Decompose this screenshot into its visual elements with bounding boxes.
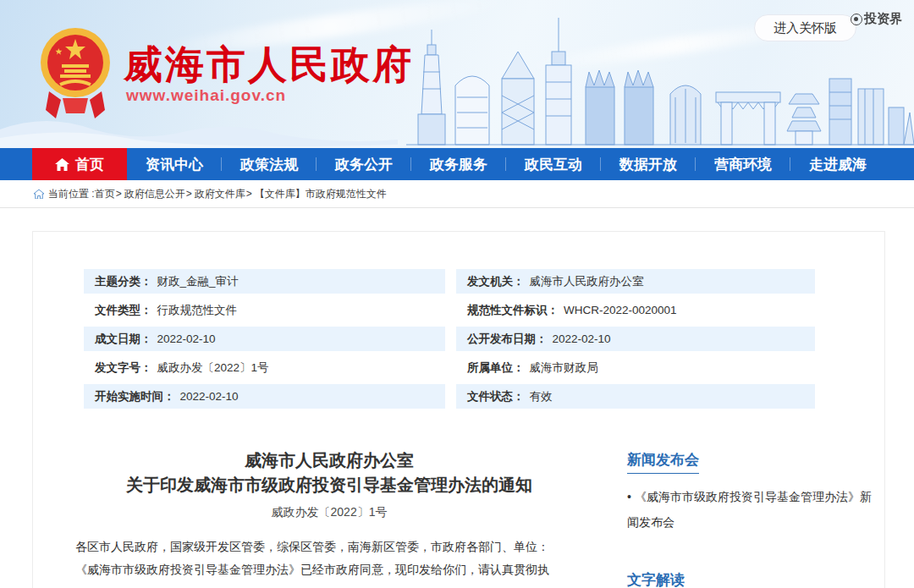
nav-item-news-center[interactable]: 资讯中心 (127, 148, 222, 180)
nav-item-label: 首页 (75, 155, 104, 174)
breadcrumb-item-home[interactable]: 首页 (95, 187, 115, 201)
house-icon (34, 190, 44, 199)
meta-label: 所属单位： (467, 360, 525, 376)
meta-label: 成文日期： (95, 332, 152, 347)
meta-value: 2022-02-10 (553, 332, 611, 345)
nav-item-business-environment[interactable]: 营商环境 (696, 148, 790, 180)
nav-item-label: 数据开放 (619, 155, 677, 174)
meta-cell-document-type: 文件类型： 行政规范性文件 (84, 298, 445, 322)
meta-label: 公开发布日期： (467, 332, 548, 347)
meta-cell-document-status: 文件状态： 有效 (456, 384, 815, 409)
meta-value: 2022-02-10 (157, 332, 216, 345)
table-row: 开始实施时间： 2022-02-10 文件状态： 有效 (84, 384, 834, 409)
national-emblem-logo (39, 19, 112, 122)
breadcrumb: 当前位置 : 首页 > 政府信息公开 > 政府文件库 > 【文件库】市政府规范性… (0, 180, 914, 208)
care-version-button[interactable]: 进入关怀版 (754, 14, 856, 41)
meta-label: 发文机关： (467, 274, 525, 289)
bullet-icon: • (627, 490, 631, 503)
sidebar-section-title[interactable]: 新闻发布会 (627, 450, 699, 474)
nav-item-home[interactable]: 首页 (32, 148, 127, 180)
nav-item-open-data[interactable]: 数据开放 (601, 148, 696, 180)
home-icon (55, 158, 69, 171)
meta-label: 规范性文件标识： (467, 303, 559, 318)
page-title: 威海市人民政府办公室 关于印发威海市市级政府投资引导基金管理办法的通知 (52, 448, 607, 497)
meta-cell-effective-date: 开始实施时间： 2022-02-10 (84, 384, 445, 409)
breadcrumb-separator: > (116, 188, 122, 200)
meta-cell-document-number: 发文字号： 威政办发〔2022〕1号 (84, 355, 445, 380)
nav-item-label: 营商环境 (714, 155, 772, 174)
list-item[interactable]: •《威海市市级政府投资引导基金管理办法》新闻发布会 (627, 484, 873, 535)
meta-label: 文件类型： (95, 303, 152, 318)
meta-value: 2022-02-10 (180, 390, 239, 403)
article-doc-number: 威政办发〔2022〕1号 (52, 505, 607, 520)
sidebar-link-label: 《威海市市级政府投资引导基金管理办法》新闻发布会 (627, 490, 872, 529)
nav-item-about-weihai[interactable]: 走进威海 (790, 148, 885, 180)
sidebar-section-press-conference: 新闻发布会 •《威海市市级政府投资引导基金管理办法》新闻发布会 (627, 450, 873, 535)
article-body: 各区市人民政府，国家级开发区管委，综保区管委，南海新区管委，市政府各部门、单位：… (52, 536, 607, 581)
meta-cell-normative-doc-id: 规范性文件标识： WHCR-2022-0020001 (456, 298, 815, 322)
table-row: 成文日期： 2022-02-10 公开发布日期： 2022-02-10 (84, 327, 834, 351)
nav-item-policies[interactable]: 政策法规 (222, 148, 317, 180)
nav-item-label: 资讯中心 (146, 155, 203, 174)
related-sidebar: 新闻发布会 •《威海市市级政府投资引导基金管理办法》新闻发布会 文字解读 •《威… (627, 450, 873, 588)
site-url: www.weihai.gov.cn (126, 86, 286, 105)
table-row: 文件类型： 行政规范性文件 规范性文件标识： WHCR-2022-0020001 (84, 298, 834, 322)
meta-cell-issuing-agency: 发文机关： 威海市人民政府办公室 (456, 269, 815, 294)
breadcrumb-prefix: 当前位置 : (48, 187, 95, 201)
article-title-line2: 关于印发威海市市级政府投资引导基金管理办法的通知 (52, 473, 607, 497)
nav-item-label: 走进威海 (809, 155, 867, 174)
site-header: 威海市人民政府 www.weihai.gov.cn 进入关怀版 投资界 (0, 0, 914, 148)
watermark-logo-icon (851, 14, 862, 25)
nav-item-label: 政务公开 (335, 155, 393, 174)
meta-value: 威海市财政局 (530, 360, 598, 376)
meta-value: 有效 (530, 389, 553, 404)
meta-cell-publish-date: 公开发布日期： 2022-02-10 (456, 327, 815, 351)
breadcrumb-item-current[interactable]: 【文件库】市政府规范性文件 (255, 187, 387, 201)
table-row: 发文字号： 威政办发〔2022〕1号 所属单位： 威海市财政局 (84, 355, 834, 380)
nav-item-public-interaction[interactable]: 政民互动 (506, 148, 601, 180)
watermark: 投资界 (851, 11, 902, 27)
meta-label: 文件状态： (467, 389, 525, 404)
meta-value: 财政_金融_审计 (157, 274, 239, 289)
table-row: 主题分类： 财政_金融_审计 发文机关： 威海市人民政府办公室 (84, 269, 834, 294)
nav-item-label: 政务服务 (430, 155, 487, 174)
article-title-line1: 威海市人民政府办公室 (52, 448, 607, 473)
watermark-text: 投资界 (864, 11, 902, 27)
meta-value: 行政规范性文件 (157, 303, 238, 318)
breadcrumb-separator: > (246, 188, 252, 200)
meta-cell-topic-category: 主题分类： 财政_金融_审计 (84, 269, 445, 294)
article-paragraph: 《威海市市级政府投资引导基金管理办法》已经市政府同意，现印发给你们，请认真贯彻执 (52, 558, 607, 581)
sidebar-section-text-interpretation: 文字解读 •《威海市市级政府投资引导基金管理办 (627, 570, 873, 588)
document-metadata-table: 主题分类： 财政_金融_审计 发文机关： 威海市人民政府办公室 文件类型： 行政… (84, 269, 834, 413)
breadcrumb-separator: > (186, 188, 192, 200)
main-navigation: 首页 资讯中心 政策法规 政务公开 政务服务 政民互动 数据开放 营商环境 走进… (0, 148, 914, 180)
meta-value: 威海市人民政府办公室 (530, 274, 644, 289)
meta-label: 开始实施时间： (95, 389, 175, 404)
nav-item-label: 政民互动 (525, 155, 582, 174)
meta-value: WHCR-2022-0020001 (564, 304, 677, 316)
meta-cell-owning-unit: 所属单位： 威海市财政局 (456, 355, 815, 380)
nav-item-gov-disclosure[interactable]: 政务公开 (317, 148, 411, 180)
meta-value: 威政办发〔2022〕1号 (157, 360, 269, 376)
nav-item-gov-services[interactable]: 政务服务 (411, 148, 506, 180)
breadcrumb-item-document-library[interactable]: 政府文件库 (195, 187, 245, 201)
document-panel: 主题分类： 财政_金融_审计 发文机关： 威海市人民政府办公室 文件类型： 行政… (32, 231, 885, 588)
nav-item-label: 政策法规 (240, 155, 298, 174)
article-paragraph: 各区市人民政府，国家级开发区管委，综保区管委，南海新区管委，市政府各部门、单位： (52, 536, 607, 558)
site-title: 威海市人民政府 (124, 39, 414, 91)
article: 威海市人民政府办公室 关于印发威海市市级政府投资引导基金管理办法的通知 威政办发… (52, 448, 607, 581)
breadcrumb-item-info-disclosure[interactable]: 政府信息公开 (124, 187, 185, 201)
meta-cell-written-date: 成文日期： 2022-02-10 (84, 327, 445, 351)
meta-label: 主题分类： (95, 274, 152, 289)
sidebar-section-title[interactable]: 文字解读 (627, 570, 685, 588)
meta-label: 发文字号： (95, 360, 152, 376)
